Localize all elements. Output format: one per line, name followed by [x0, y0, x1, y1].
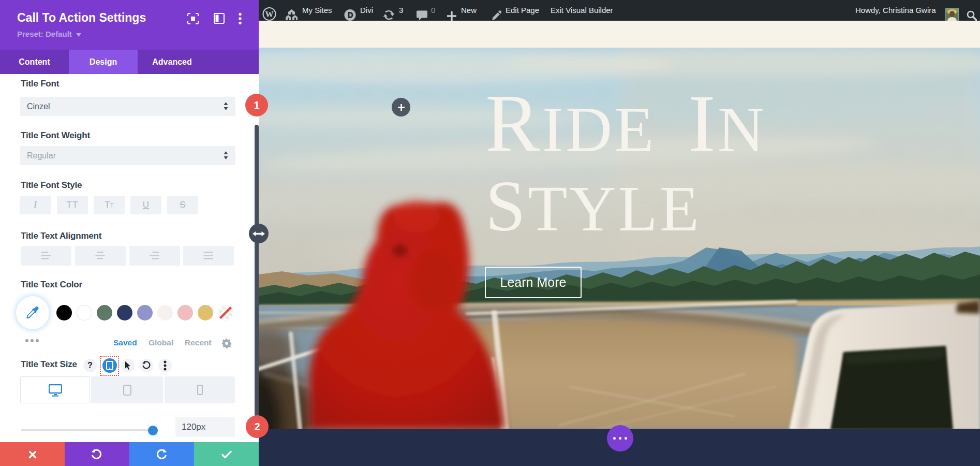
svg-text:W: W	[265, 10, 274, 19]
